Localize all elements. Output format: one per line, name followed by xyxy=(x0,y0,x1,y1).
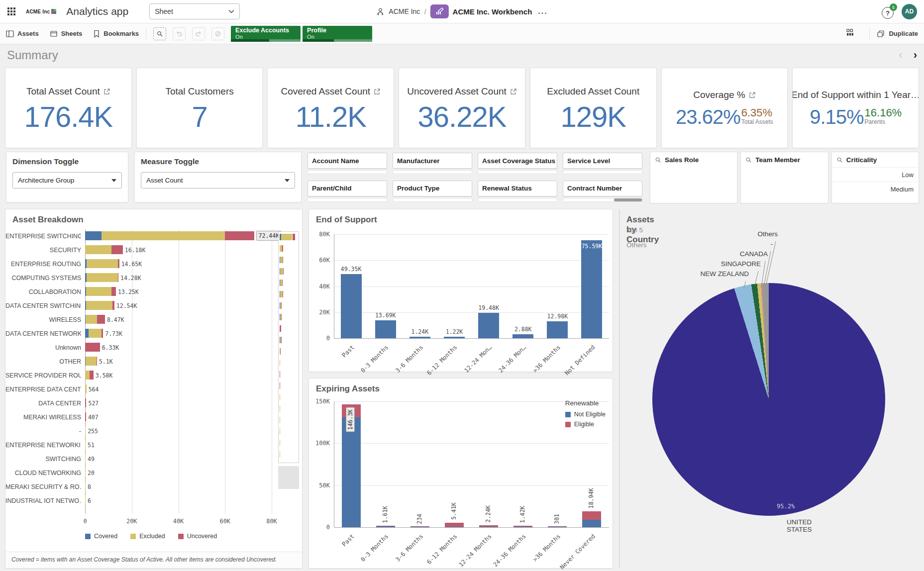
bar-segment-uncovered[interactable] xyxy=(118,259,119,268)
bar-segment-excluded[interactable] xyxy=(89,329,102,338)
bar-segment-not-eligible[interactable] xyxy=(548,527,567,527)
bar-not-defined[interactable] xyxy=(581,240,602,338)
list-item-low[interactable]: Low xyxy=(832,167,919,182)
clear-selections-icon[interactable] xyxy=(211,27,224,40)
bar-segment-excluded[interactable] xyxy=(85,440,86,449)
breadcrumb-more-menu[interactable]: ... xyxy=(538,7,547,16)
open-in-new-icon[interactable] xyxy=(749,92,756,98)
filter-field-product-type[interactable]: Product Type xyxy=(393,181,472,196)
redo-icon[interactable] xyxy=(192,27,205,40)
breadcrumb-app-name[interactable]: ACME Inc. Workbench xyxy=(453,7,532,16)
tab-sheets[interactable]: Sheets xyxy=(50,30,83,38)
help-button[interactable]: ? 5 xyxy=(882,5,895,18)
bar-segment-uncovered[interactable] xyxy=(225,231,254,240)
bar-segment-eligible[interactable] xyxy=(513,526,532,527)
bar-segment-covered[interactable] xyxy=(85,231,102,240)
bar-segment-excluded[interactable] xyxy=(86,315,97,324)
bar-segment-covered[interactable] xyxy=(85,329,89,338)
bar-segment-uncovered[interactable] xyxy=(118,273,118,282)
bar-segment-eligible[interactable] xyxy=(479,525,498,527)
bar-past[interactable] xyxy=(341,274,362,338)
bar-segment-uncovered[interactable] xyxy=(102,329,103,338)
bar-12-24-mon[interactable] xyxy=(478,313,499,338)
workbench-app-icon[interactable] xyxy=(430,4,449,18)
selection-chip-profile[interactable]: Profile On xyxy=(303,26,372,42)
bar-segment-uncovered[interactable] xyxy=(112,301,114,310)
bar-segment-uncovered[interactable] xyxy=(85,343,100,352)
bar-6-12-months[interactable] xyxy=(444,337,465,338)
filter-field-renewal-status[interactable]: Renewal Status xyxy=(478,181,557,196)
legend-item-covered[interactable]: Covered xyxy=(85,533,117,540)
filter-field-parent-child[interactable]: Parent/Child xyxy=(308,181,387,196)
listbox-header-team-member[interactable]: Team Member xyxy=(741,152,827,167)
breadcrumb-org[interactable]: ACME Inc xyxy=(389,7,420,15)
filter-field-service-level[interactable]: Service Level xyxy=(563,153,642,169)
bar-segment-uncovered[interactable] xyxy=(90,371,93,380)
open-in-new-icon[interactable] xyxy=(374,88,381,95)
smart-search-selections-icon[interactable] xyxy=(153,27,166,40)
filter-field-manufacturer[interactable]: Manufacturer xyxy=(393,153,472,169)
listbox-header-sales-role[interactable]: Sales Role xyxy=(650,152,737,167)
bar-segment-excluded[interactable] xyxy=(85,245,111,254)
selection-chip-exclude-accounts[interactable]: Exclude Accounts On xyxy=(231,26,301,42)
tab-bookmarks[interactable]: Bookmarks xyxy=(93,30,139,38)
layout-grid-icon[interactable] xyxy=(846,28,854,39)
legend-item-eligible[interactable]: Eligible xyxy=(565,421,606,428)
legend-item-not-eligible[interactable]: Not Eligible xyxy=(565,411,606,418)
pie-slice-united-states[interactable] xyxy=(652,283,885,516)
measure-toggle-select[interactable]: Asset Count xyxy=(141,172,295,189)
bar-segment-excluded[interactable] xyxy=(86,357,96,366)
next-sheet-arrow[interactable]: › xyxy=(914,49,917,62)
bar-segment-not-eligible[interactable] xyxy=(479,527,498,527)
open-in-new-icon[interactable] xyxy=(510,88,517,95)
open-in-new-icon[interactable] xyxy=(103,88,110,95)
bar-segment-excluded[interactable] xyxy=(85,468,86,477)
bar-segment-uncovered[interactable] xyxy=(97,315,105,324)
bar-segment-excluded[interactable] xyxy=(86,301,112,310)
bar-segment-uncovered[interactable] xyxy=(97,357,97,366)
bar-segment-not-eligible[interactable] xyxy=(342,417,361,527)
previous-sheet-arrow[interactable]: ‹ xyxy=(899,49,902,62)
bar-36-months[interactable] xyxy=(547,321,568,338)
bar-segment-not-eligible[interactable] xyxy=(582,520,601,527)
bar-segment-uncovered[interactable] xyxy=(85,398,86,407)
avatar[interactable]: AD xyxy=(902,4,917,19)
bar-segment-excluded[interactable] xyxy=(85,454,86,463)
bar-0-3-months[interactable] xyxy=(375,320,396,338)
bar-segment-excluded[interactable] xyxy=(86,287,111,296)
bar-segment-eligible[interactable] xyxy=(411,526,429,527)
bar-segment-excluded[interactable] xyxy=(85,384,87,393)
bar-segment-not-eligible[interactable] xyxy=(376,526,395,527)
bar-segment-not-eligible[interactable] xyxy=(513,527,532,527)
legend-item-uncovered[interactable]: Uncovered xyxy=(178,533,217,540)
app-grid-menu-icon[interactable] xyxy=(7,7,16,16)
tab-assets[interactable]: Assets xyxy=(6,30,39,38)
bar-segment-excluded[interactable] xyxy=(85,371,90,380)
filter-field-contract-number[interactable]: Contract Number xyxy=(563,181,642,196)
bar-segment-excluded[interactable] xyxy=(102,231,225,240)
listbox-header-criticality[interactable]: Criticality xyxy=(832,152,919,167)
scrollbar-thumb[interactable] xyxy=(278,466,299,489)
bar-segment-uncovered[interactable] xyxy=(111,287,116,296)
list-item-medium[interactable]: Medium xyxy=(832,182,919,196)
bar-24-36-mon[interactable] xyxy=(513,334,533,338)
bar-segment-eligible[interactable] xyxy=(376,526,395,526)
filter-field-asset-coverage-status[interactable]: Asset Coverage Status xyxy=(478,153,557,169)
bar-segment-excluded[interactable] xyxy=(87,259,117,268)
bar-segment-not-eligible[interactable] xyxy=(411,527,429,527)
scrollbar-thumb[interactable] xyxy=(614,198,642,201)
legend-item-excluded[interactable]: Excluded xyxy=(130,533,165,540)
filter-field-account-name[interactable]: Account Name xyxy=(308,153,387,169)
bar-segment-eligible[interactable] xyxy=(582,511,601,520)
sheet-selector-dropdown[interactable]: Sheet xyxy=(149,3,240,19)
bar-segment-eligible[interactable] xyxy=(445,523,464,527)
bar-segment-excluded[interactable] xyxy=(85,426,86,435)
duplicate-button[interactable]: Duplicate xyxy=(877,30,918,38)
undo-icon[interactable] xyxy=(173,27,186,40)
bar-segment-uncovered[interactable] xyxy=(111,245,123,254)
bar-segment-uncovered[interactable] xyxy=(85,412,86,421)
chart-minimap[interactable] xyxy=(278,231,299,463)
bar-segment-eligible[interactable] xyxy=(548,526,567,527)
bar-segment-not-eligible[interactable] xyxy=(445,527,464,527)
bar-3-6-months[interactable] xyxy=(410,337,430,338)
